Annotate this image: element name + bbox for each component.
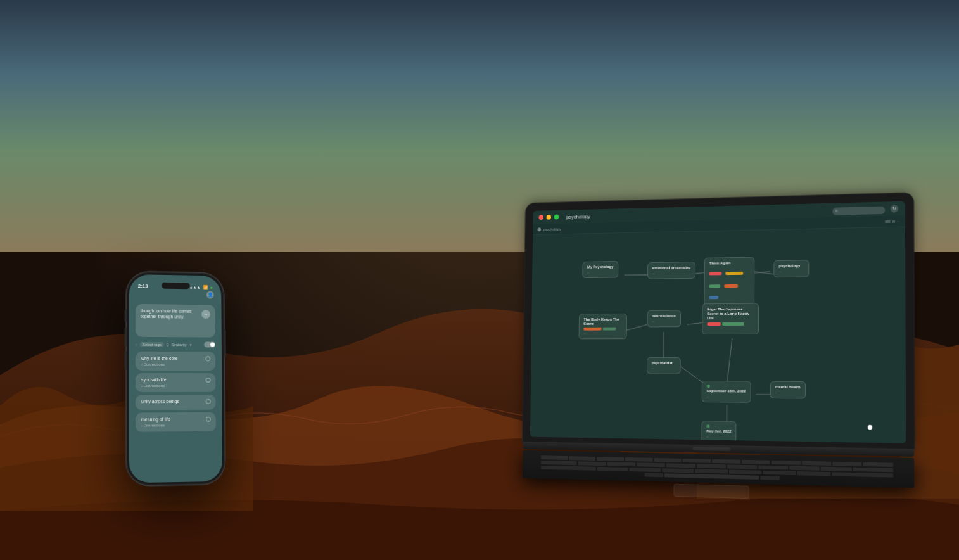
item-circle-icon [206,399,211,404]
mm-node-psychiatrist[interactable]: psychiatrist – [647,357,681,374]
mindmap-canvas[interactable]: My Psychology – emotional processing – T… [530,227,906,443]
svg-line-2 [753,271,775,275]
item-title: unity across beings [141,399,210,404]
mm-node-mental-health[interactable]: mental health – [770,381,806,399]
phone-status-icons: ▲▲▲ 📶 ■ [189,284,213,289]
item-title: meaning of life [141,417,210,422]
phone-time: 2:13 [138,283,148,289]
list-item[interactable]: sync with life › Connections [136,373,216,392]
phone-similarity-label[interactable]: Similarity [171,343,186,347]
item-circle-icon [206,417,211,422]
item-connections[interactable]: › Connections [141,384,210,388]
toolbar-breadcrumb: psychology [543,227,561,231]
toolbar-dot [538,227,542,231]
phone-send-button[interactable]: → [201,310,210,319]
svg-line-10 [753,271,770,273]
laptop-body: psychology 🔍 ↻ [523,193,915,503]
mm-node-my-psychology[interactable]: My Psychology – [582,261,618,278]
list-item[interactable]: why life is the core › Connections [136,352,215,371]
mm-node-psychology[interactable]: psychology – [773,260,809,277]
item-title: sync with life [141,378,210,382]
phone-notch [162,283,190,290]
mm-node-think-again[interactable]: Think Again – [704,257,754,310]
phone-filter-tags[interactable]: Select tags [140,341,164,347]
node-title: Ikigai The Japanese Secret to a Long Hap… [707,307,754,321]
phone-body: 2:13 ▲▲▲ 📶 ■ 👤 thought on how life comes… [127,272,225,486]
close-button[interactable] [539,215,543,220]
node-dash: – [652,271,690,276]
node-dash: – [587,270,613,274]
list-item[interactable]: meaning of life › Connections [136,412,216,432]
mm-node-neuroscience[interactable]: neuroscience – [647,310,682,327]
item-title: why life is the core [141,356,210,360]
phone-device: 2:13 ▲▲▲ 📶 ■ 👤 thought on how life comes… [127,272,225,486]
tag-red [709,272,722,275]
tag-blue [709,296,718,299]
node-dash: – [707,395,746,399]
node-title: My Psychology [587,265,613,270]
app-title: psychology [566,213,590,220]
tag-orange [725,284,739,288]
node-title: emotional processing [652,265,690,270]
mm-node-sept-2022[interactable]: September 15th, 2022 – [702,381,751,403]
maximize-button[interactable] [554,215,559,220]
phone-screen: 2:13 ▲▲▲ 📶 ■ 👤 thought on how life comes… [129,274,222,483]
svg-line-0 [625,275,649,276]
laptop-notch [694,198,732,207]
phone-notes-list: why life is the core › Connections sync … [129,349,222,435]
svg-line-3 [624,324,647,331]
mm-node-ikigai[interactable]: Ikigai The Japanese Secret to a Long Hap… [702,303,759,334]
tag-green [722,322,744,325]
list-item[interactable]: unity across beings [136,395,216,410]
tag-red [707,322,721,326]
node-title: The Body Keeps The Score [583,317,622,326]
laptop-app: psychology 🔍 ↻ [530,201,906,443]
laptop-screen-bezel: psychology 🔍 ↻ [523,193,914,449]
node-dash: – [652,320,676,324]
tag-yellow [726,272,744,275]
item-connections[interactable]: › Connections [141,423,210,428]
phone-filter-bar: ○ Select tags Q Similarity ▼ [129,340,222,350]
phone-search-container[interactable]: thought on how life comes together throu… [136,304,215,338]
node-title: September 15th, 2022 [707,389,746,394]
node-title: psychology [778,264,804,269]
node-title: May 3rd, 2022 [706,429,731,434]
node-dash: – [775,391,801,395]
node-title: neuroscience [652,314,676,318]
node-dot [706,424,709,428]
node-dash: – [652,367,676,371]
laptop-device: psychology 🔍 ↻ [523,193,915,503]
node-title: Think Again [709,261,750,266]
view-toggle[interactable] [885,220,890,222]
node-title: mental health [775,385,801,390]
phone-search-text: thought on how life comes together throu… [141,308,199,320]
tag-quiz [603,328,616,331]
phone-search-area[interactable]: thought on how life comes together throu… [129,299,222,340]
node-dot [707,385,710,388]
view-toggle-2[interactable] [892,220,895,222]
item-circle-icon [205,356,210,361]
minimize-button[interactable] [547,215,551,220]
tag-reading [583,328,601,331]
node-dash: – [583,332,622,336]
mm-node-body-keeps-score[interactable]: The Body Keeps The Score – [579,314,627,340]
item-connections[interactable]: › Connections [141,362,210,366]
node-title: psychiatrist [652,361,676,366]
refresh-button[interactable]: ↻ [891,205,899,213]
node-dash: – [706,435,731,440]
item-circle-icon [206,378,211,383]
node-dash: – [707,326,754,330]
mm-node-may-2022[interactable]: May 3rd, 2022 – [701,421,736,443]
mindmap-cursor [868,425,872,430]
laptop-screen: psychology 🔍 ↻ [530,201,906,443]
mm-node-emotional-processing[interactable]: emotional processing – [647,262,695,279]
tag-green [709,284,721,288]
laptop-search-bar[interactable]: 🔍 [832,207,885,215]
phone-toggle[interactable] [204,341,215,347]
node-dash: – [778,270,804,274]
svg-line-6 [727,338,732,385]
